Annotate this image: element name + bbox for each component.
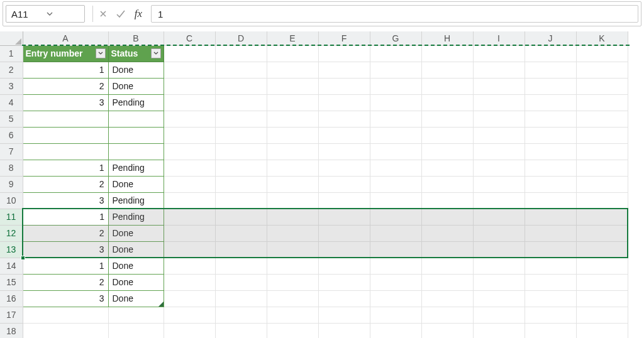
cell-A16[interactable]: 3 [23, 290, 108, 307]
cell-K9[interactable] [576, 176, 628, 192]
cell-I7[interactable] [473, 143, 525, 160]
cell-C18[interactable] [164, 323, 215, 338]
row-header-4[interactable]: 4 [0, 94, 23, 111]
cell-A13[interactable]: 3 [23, 241, 108, 258]
cell-G18[interactable] [370, 323, 421, 338]
cell-C4[interactable] [164, 94, 215, 111]
column-header-A[interactable]: A [23, 31, 108, 45]
cell-K3[interactable] [576, 78, 628, 94]
row-header-7[interactable]: 7 [0, 143, 23, 160]
cell-H18[interactable] [421, 323, 473, 338]
enter-button[interactable] [113, 6, 129, 22]
cell-D5[interactable] [215, 111, 267, 127]
cell-G7[interactable] [370, 143, 421, 160]
cell-A5[interactable] [23, 111, 108, 127]
cell-D7[interactable] [215, 143, 267, 160]
cell-F18[interactable] [318, 323, 370, 338]
cell-C11[interactable] [164, 209, 215, 225]
cell-D12[interactable] [215, 225, 267, 241]
cell-F15[interactable] [318, 274, 370, 290]
cell-B12[interactable]: Done [108, 225, 164, 241]
cell-E18[interactable] [267, 323, 318, 338]
cell-F7[interactable] [318, 143, 370, 160]
cell-A17[interactable] [23, 307, 108, 323]
column-header-G[interactable]: G [370, 31, 421, 45]
spreadsheet-grid[interactable]: ABCDEFGHIJK1Entry numberStatus21Done32Do… [0, 31, 644, 338]
cell-B13[interactable]: Done [108, 241, 164, 258]
cell-E7[interactable] [267, 143, 318, 160]
cell-A10[interactable]: 3 [23, 192, 108, 209]
cell-F13[interactable] [318, 241, 370, 258]
cell-G10[interactable] [370, 192, 421, 209]
row-header-16[interactable]: 16 [0, 290, 23, 307]
row-header-2[interactable]: 2 [0, 62, 23, 78]
cell-F14[interactable] [318, 258, 370, 274]
cell-I15[interactable] [473, 274, 525, 290]
cell-A2[interactable]: 1 [23, 62, 108, 78]
cell-K17[interactable] [576, 307, 628, 323]
cell-E11[interactable] [267, 209, 318, 225]
cell-K14[interactable] [576, 258, 628, 274]
cell-B15[interactable]: Done [108, 274, 164, 290]
cell-E13[interactable] [267, 241, 318, 258]
cell-B16[interactable]: Done [108, 290, 164, 307]
column-header-C[interactable]: C [164, 31, 215, 45]
cell-F4[interactable] [318, 94, 370, 111]
cell-I11[interactable] [473, 209, 525, 225]
select-all-corner[interactable] [0, 31, 23, 45]
cell-H11[interactable] [421, 209, 473, 225]
cell-H1[interactable] [421, 45, 473, 62]
cell-J2[interactable] [525, 62, 576, 78]
cell-H15[interactable] [421, 274, 473, 290]
cell-C6[interactable] [164, 127, 215, 143]
cell-F17[interactable] [318, 307, 370, 323]
insert-function-button[interactable]: fx [130, 6, 147, 22]
cell-H12[interactable] [421, 225, 473, 241]
cell-F12[interactable] [318, 225, 370, 241]
cell-D13[interactable] [215, 241, 267, 258]
cell-E8[interactable] [267, 160, 318, 176]
cell-A14[interactable]: 1 [23, 258, 108, 274]
cell-H17[interactable] [421, 307, 473, 323]
cell-I4[interactable] [473, 94, 525, 111]
cell-B6[interactable] [108, 127, 164, 143]
cell-G16[interactable] [370, 290, 421, 307]
row-header-18[interactable]: 18 [0, 323, 23, 338]
filter-dropdown-icon[interactable] [96, 48, 106, 58]
cell-C10[interactable] [164, 192, 215, 209]
column-header-J[interactable]: J [525, 31, 576, 45]
cell-E16[interactable] [267, 290, 318, 307]
cell-C2[interactable] [164, 62, 215, 78]
cell-D15[interactable] [215, 274, 267, 290]
cell-F5[interactable] [318, 111, 370, 127]
cell-A4[interactable]: 3 [23, 94, 108, 111]
cell-H3[interactable] [421, 78, 473, 94]
cell-B10[interactable]: Pending [108, 192, 164, 209]
cell-G5[interactable] [370, 111, 421, 127]
name-box[interactable]: A11 [6, 5, 85, 23]
cell-B1[interactable]: Status [108, 45, 164, 62]
cell-C7[interactable] [164, 143, 215, 160]
cell-H6[interactable] [421, 127, 473, 143]
cell-E12[interactable] [267, 225, 318, 241]
cell-E6[interactable] [267, 127, 318, 143]
cell-G13[interactable] [370, 241, 421, 258]
cell-K15[interactable] [576, 274, 628, 290]
row-header-8[interactable]: 8 [0, 160, 23, 176]
cell-G8[interactable] [370, 160, 421, 176]
cell-C15[interactable] [164, 274, 215, 290]
cell-H9[interactable] [421, 176, 473, 192]
cell-K16[interactable] [576, 290, 628, 307]
cell-J7[interactable] [525, 143, 576, 160]
cell-A1[interactable]: Entry number [23, 45, 108, 62]
row-header-13[interactable]: 13 [0, 241, 23, 258]
cell-G11[interactable] [370, 209, 421, 225]
cell-I13[interactable] [473, 241, 525, 258]
cell-A3[interactable]: 2 [23, 78, 108, 94]
cell-G6[interactable] [370, 127, 421, 143]
column-header-F[interactable]: F [318, 31, 370, 45]
cell-H4[interactable] [421, 94, 473, 111]
column-header-D[interactable]: D [215, 31, 267, 45]
filter-dropdown-icon[interactable] [151, 48, 161, 58]
row-header-15[interactable]: 15 [0, 274, 23, 290]
